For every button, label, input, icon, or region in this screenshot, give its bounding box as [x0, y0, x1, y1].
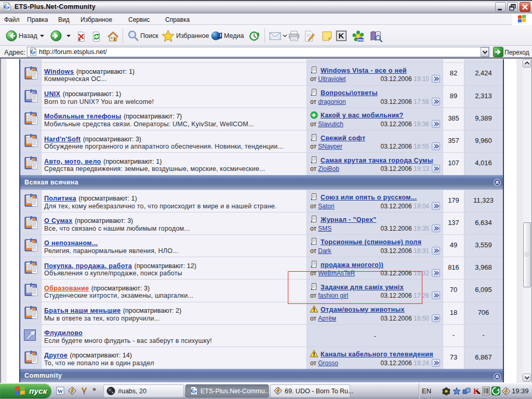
svg-text:W: W — [58, 388, 63, 394]
svg-text:K: K — [339, 31, 344, 40]
svg-text:K: K — [473, 387, 480, 395]
svg-text:PRO: PRO — [357, 38, 364, 42]
